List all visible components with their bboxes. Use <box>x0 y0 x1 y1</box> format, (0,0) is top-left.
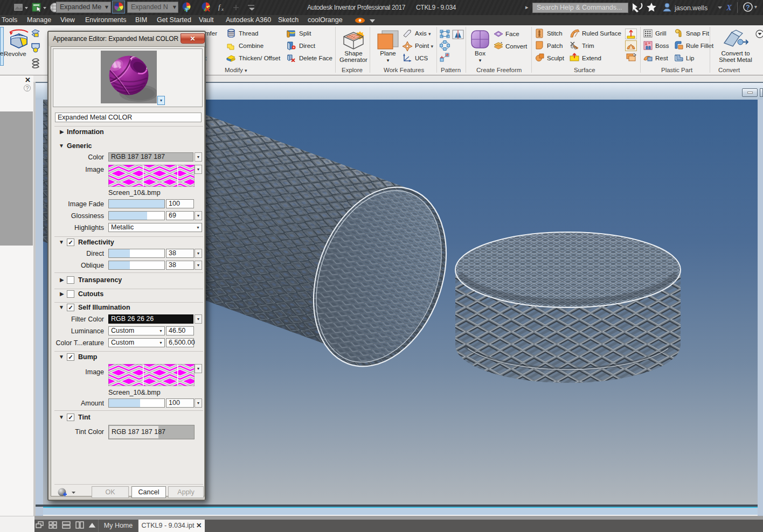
svg-text:x: x <box>221 6 224 12</box>
svg-text:X: X <box>726 3 732 12</box>
svg-text:jason.wells: jason.wells <box>674 4 707 12</box>
svg-text:?: ? <box>746 4 750 11</box>
